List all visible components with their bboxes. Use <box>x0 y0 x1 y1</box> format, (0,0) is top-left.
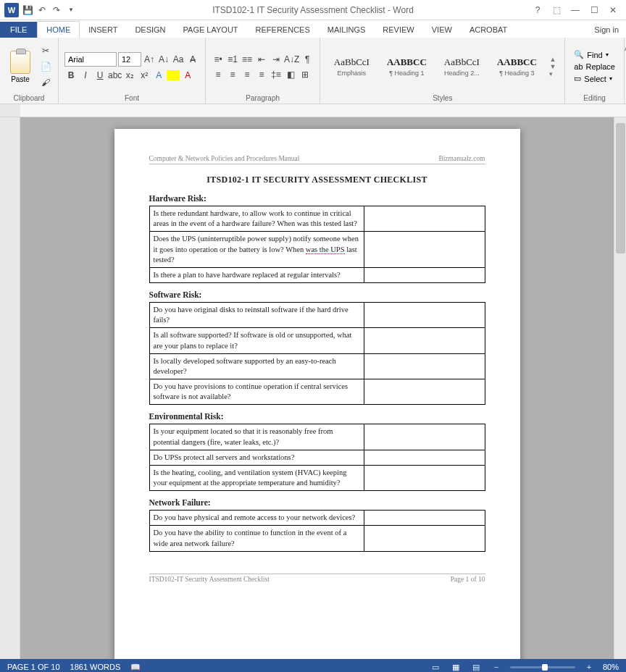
question-cell[interactable]: Is there a plan to have hardware replace… <box>149 267 364 282</box>
cut-icon[interactable]: ✂ <box>39 44 52 57</box>
numbering-icon[interactable]: ≡1 <box>226 53 239 66</box>
question-cell[interactable]: Does the UPS (uninterruptible power supp… <box>149 232 364 268</box>
answer-cell[interactable] <box>364 353 485 379</box>
line-spacing-icon[interactable]: ‡≡ <box>270 68 283 81</box>
style-2[interactable]: AaBbCcIHeading 2... <box>436 53 487 80</box>
answer-cell[interactable] <box>364 511 485 526</box>
tab-review[interactable]: REVIEW <box>374 22 422 38</box>
tab-mailings[interactable]: MAILINGS <box>319 22 375 38</box>
answer-cell[interactable] <box>364 526 485 551</box>
strikethrough-button[interactable]: abc <box>108 69 122 82</box>
print-layout-icon[interactable]: ▦ <box>449 662 462 672</box>
minimize-icon[interactable]: — <box>567 3 584 17</box>
italic-button[interactable]: I <box>79 69 92 82</box>
vertical-scrollbar[interactable] <box>614 117 626 659</box>
multilevel-icon[interactable]: ≡≡ <box>241 53 254 66</box>
redo-icon[interactable]: ↷ <box>51 4 62 16</box>
style-0[interactable]: AaBbCcIEmphasis <box>326 53 377 80</box>
shrink-font-icon[interactable]: A↓ <box>157 53 170 66</box>
align-left-icon[interactable]: ≡ <box>212 68 225 81</box>
highlight-icon[interactable] <box>167 70 180 80</box>
spell-check-icon[interactable]: 📖 <box>130 663 141 672</box>
sort-icon[interactable]: A↓Z <box>284 53 299 66</box>
question-cell[interactable]: Is your equipment located so that it is … <box>149 424 364 450</box>
document-page[interactable]: Computer & Network Policies and Procedur… <box>114 129 520 659</box>
decrease-indent-icon[interactable]: ⇤ <box>255 53 268 66</box>
help-icon[interactable]: ? <box>529 3 546 17</box>
question-cell[interactable]: Do you have original disks to reinstall … <box>149 303 364 328</box>
select-button[interactable]: ▭Select▾ <box>571 73 618 84</box>
clear-formatting-icon[interactable]: A̶ <box>186 53 199 66</box>
find-button[interactable]: 🔍Find▾ <box>571 49 618 60</box>
answer-cell[interactable] <box>364 379 485 405</box>
question-cell[interactable]: Is the heating, cooling, and ventilation… <box>149 465 364 490</box>
web-layout-icon[interactable]: ▤ <box>470 662 483 672</box>
zoom-out-icon[interactable]: − <box>490 662 503 672</box>
change-case-icon[interactable]: Aa <box>172 53 185 66</box>
bullets-icon[interactable]: ≡• <box>212 53 225 66</box>
justify-icon[interactable]: ≡ <box>255 68 268 81</box>
answer-cell[interactable] <box>364 303 485 328</box>
horizontal-ruler[interactable] <box>0 104 626 117</box>
question-cell[interactable]: Do you have provisions to continue opera… <box>149 379 364 405</box>
qat-customize-icon[interactable]: ▼ <box>65 4 77 16</box>
page-indicator[interactable]: PAGE 1 OF 10 <box>7 663 60 672</box>
tab-insert[interactable]: INSERT <box>80 22 126 38</box>
answer-cell[interactable] <box>364 232 485 268</box>
font-color-icon[interactable]: A <box>181 69 194 82</box>
zoom-in-icon[interactable]: + <box>583 662 596 672</box>
align-center-icon[interactable]: ≡ <box>226 68 239 81</box>
close-icon[interactable]: ✕ <box>604 3 622 17</box>
word-count[interactable]: 1861 WORDS <box>70 663 121 672</box>
font-size-input[interactable] <box>118 52 141 67</box>
scroll-thumb[interactable] <box>616 123 625 253</box>
style-1[interactable]: AABBCC¶ Heading 1 <box>381 53 432 80</box>
answer-cell[interactable] <box>364 424 485 450</box>
show-marks-icon[interactable]: ¶ <box>301 53 314 66</box>
align-right-icon[interactable]: ≡ <box>241 68 254 81</box>
tab-file[interactable]: FILE <box>0 22 37 38</box>
answer-cell[interactable] <box>364 465 485 490</box>
subscript-button[interactable]: x₂ <box>123 69 136 82</box>
tab-acrobat[interactable]: ACROBAT <box>461 22 516 38</box>
question-cell[interactable]: Do UPSs protect all servers and workstat… <box>149 450 364 465</box>
replace-button[interactable]: abReplace <box>571 62 618 72</box>
question-cell[interactable]: Is all software supported? If software i… <box>149 328 364 353</box>
borders-icon[interactable]: ⊞ <box>299 68 312 81</box>
zoom-slider[interactable] <box>510 666 575 668</box>
answer-cell[interactable] <box>364 267 485 282</box>
increase-indent-icon[interactable]: ⇥ <box>270 53 283 66</box>
format-painter-icon[interactable]: 🖌 <box>39 76 52 89</box>
question-cell[interactable]: Is there redundant hardware, to allow wo… <box>149 206 364 232</box>
read-mode-icon[interactable]: ▭ <box>429 662 442 672</box>
style-3[interactable]: AABBCC¶ Heading 3 <box>491 53 542 80</box>
tab-page-layout[interactable]: PAGE LAYOUT <box>175 22 247 38</box>
underline-button[interactable]: U <box>93 69 107 82</box>
spellcheck-underline[interactable]: was the UPS <box>306 245 345 254</box>
undo-icon[interactable]: ↶ <box>36 4 48 16</box>
tab-view[interactable]: VIEW <box>423 22 461 38</box>
answer-cell[interactable] <box>364 450 485 465</box>
vertical-ruler[interactable] <box>0 117 20 659</box>
bold-button[interactable]: B <box>64 69 78 82</box>
sign-in-link[interactable]: Sign in <box>587 22 626 38</box>
styles-more-icon[interactable]: ▲▼▾ <box>546 56 559 77</box>
ribbon-options-icon[interactable]: ⬚ <box>548 3 565 17</box>
shading-icon[interactable]: ◧ <box>284 68 297 81</box>
answer-cell[interactable] <box>364 328 485 353</box>
tab-references[interactable]: REFERENCES <box>247 22 319 38</box>
save-icon[interactable]: 💾 <box>22 4 33 16</box>
copy-icon[interactable]: 📄 <box>39 60 52 73</box>
paste-button[interactable]: Paste <box>6 51 35 83</box>
text-effects-icon[interactable]: A <box>152 69 165 82</box>
question-cell[interactable]: Do you have the ability to continue to f… <box>149 526 364 551</box>
superscript-button[interactable]: x² <box>138 69 151 82</box>
zoom-value[interactable]: 80% <box>603 663 619 671</box>
answer-cell[interactable] <box>364 206 485 232</box>
question-cell[interactable]: Is locally developed software supported … <box>149 353 364 379</box>
tab-home[interactable]: HOME <box>37 21 80 38</box>
question-cell[interactable]: Do you have physical and remote access t… <box>149 511 364 526</box>
grow-font-icon[interactable]: A↑ <box>143 53 156 66</box>
maximize-icon[interactable]: ☐ <box>585 3 603 17</box>
font-name-input[interactable] <box>64 52 117 67</box>
